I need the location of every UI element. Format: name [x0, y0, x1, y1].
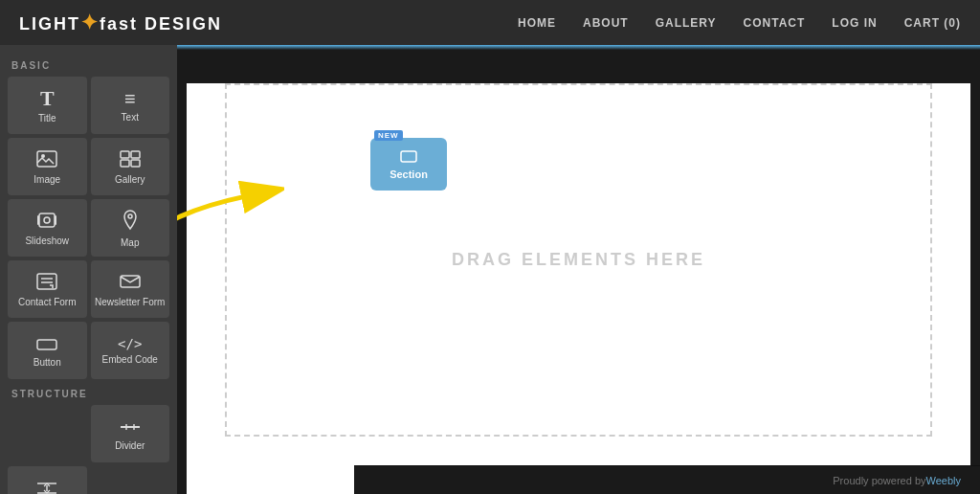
drop-zone[interactable]: DRAG ELEMENTS HERE NEW Section [225, 83, 932, 437]
structure-items-grid: Divider [8, 405, 169, 462]
sidebar: BASIC T Title ≡ Text Image Gallery [0, 45, 177, 494]
slideshow-icon [36, 212, 57, 232]
sidebar-item-title[interactable]: T Title [8, 77, 87, 134]
divider-icon [120, 417, 141, 437]
sidebar-item-spacer[interactable]: Spacer [8, 466, 87, 494]
bottom-bar: Proudly powered by Weebly [354, 465, 980, 494]
sidebar-item-map[interactable]: Map [91, 199, 170, 257]
site-logo: LIGHT✦fast DESIGN [19, 11, 222, 35]
button-icon [36, 334, 57, 353]
section-drag-element[interactable]: NEW Section [370, 138, 447, 191]
sidebar-item-contact-form-label: Contact Form [18, 297, 77, 308]
sidebar-item-map-label: Map [121, 237, 139, 249]
gallery-icon [120, 150, 141, 170]
sidebar-item-image-label: Image [33, 174, 60, 186]
svg-rect-6 [39, 213, 55, 227]
title-icon: T [40, 88, 55, 109]
text-icon: ≡ [124, 89, 136, 108]
svg-point-9 [44, 217, 50, 223]
nav-contact[interactable]: CONTACT [744, 16, 806, 30]
svg-rect-5 [131, 160, 140, 167]
sidebar-item-button[interactable]: Button [8, 322, 87, 379]
nav-about[interactable]: ABOUT [583, 16, 629, 30]
nav-cart[interactable]: CART (0) [904, 16, 961, 30]
sidebar-item-title-label: Title [38, 113, 56, 124]
sidebar-item-divider-label: Divider [115, 440, 145, 452]
sidebar-item-divider[interactable]: Divider [91, 405, 170, 462]
contact-form-icon [36, 273, 57, 293]
main-area: BASIC T Title ≡ Text Image Gallery [0, 45, 980, 494]
drop-text: DRAG ELEMENTS HERE [452, 250, 705, 270]
svg-rect-22 [401, 151, 416, 162]
nav-links: HOME ABOUT GALLERY CONTACT LOG IN CART (… [518, 16, 961, 30]
basic-section-label: BASIC [8, 55, 169, 77]
svg-rect-15 [37, 340, 56, 349]
sidebar-item-embed-code[interactable]: </> Embed Code [91, 322, 170, 379]
sidebar-item-slideshow-label: Slideshow [25, 236, 69, 247]
sidebar-item-image[interactable]: Image [8, 138, 87, 195]
sidebar-item-contact-form[interactable]: Contact Form [8, 260, 87, 318]
spacer-grid: Spacer [8, 466, 169, 494]
embed-code-icon: </> [118, 337, 142, 350]
section-element-icon [400, 149, 417, 167]
svg-rect-8 [55, 215, 56, 225]
svg-rect-11 [37, 274, 56, 289]
sidebar-item-gallery[interactable]: Gallery [91, 138, 170, 195]
newsletter-icon [120, 273, 141, 293]
nav-gallery[interactable]: GALLERY [656, 16, 717, 30]
sidebar-item-text[interactable]: ≡ Text [91, 77, 170, 134]
svg-rect-7 [37, 215, 39, 225]
new-badge: NEW [374, 130, 403, 141]
sidebar-item-slideshow[interactable]: Slideshow [8, 199, 87, 257]
sidebar-item-embed-code-label: Embed Code [102, 354, 158, 366]
weebly-link[interactable]: Weebly [926, 475, 961, 486]
canvas-inner: DRAG ELEMENTS HERE NEW Section [187, 83, 970, 494]
logo-dot: ✦ [80, 11, 100, 34]
canvas-area: DRAG ELEMENTS HERE NEW Section [177, 45, 980, 494]
svg-rect-14 [121, 276, 140, 287]
powered-by-text: Proudly powered by [833, 475, 925, 486]
image-icon [36, 150, 57, 170]
sidebar-item-newsletter-form[interactable]: Newsletter Form [91, 260, 170, 318]
sidebar-item-text-label: Text [122, 112, 139, 124]
sidebar-item-button-label: Button [33, 357, 61, 369]
svg-point-10 [128, 214, 132, 218]
svg-rect-2 [121, 151, 129, 158]
arrow-indicator [177, 143, 284, 296]
svg-rect-3 [131, 151, 140, 158]
structure-section-label: STRUCTURE [8, 383, 169, 405]
sidebar-item-newsletter-label: Newsletter Form [95, 297, 165, 308]
sidebar-item-gallery-label: Gallery [115, 174, 145, 186]
map-icon [121, 210, 140, 234]
svg-rect-4 [121, 160, 129, 167]
nav-home[interactable]: HOME [518, 16, 556, 30]
section-element-label: Section [390, 168, 428, 180]
basic-items-grid: T Title ≡ Text Image Gallery [8, 77, 169, 379]
nav-login[interactable]: LOG IN [832, 16, 877, 30]
spacer-icon [36, 479, 57, 494]
top-navigation: LIGHT✦fast DESIGN HOME ABOUT GALLERY CON… [0, 0, 980, 45]
